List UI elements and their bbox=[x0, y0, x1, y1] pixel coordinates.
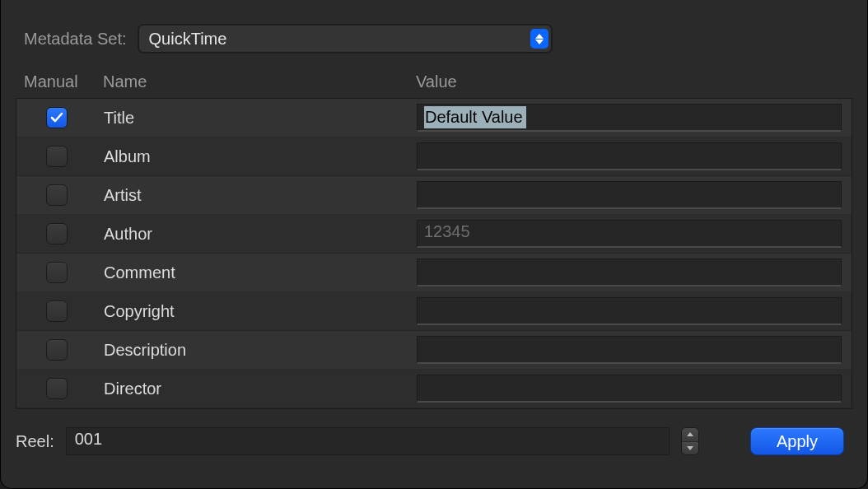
value-input[interactable]: 12345 bbox=[417, 220, 842, 248]
updown-icon bbox=[530, 29, 548, 49]
value-cell bbox=[417, 181, 843, 209]
manual-checkbox[interactable] bbox=[46, 300, 68, 322]
metadata-table: Manual Name Value TitleDefault ValueAlbu… bbox=[1, 68, 867, 409]
manual-cell bbox=[25, 300, 104, 322]
value-cell bbox=[417, 375, 843, 403]
name-cell: Title bbox=[104, 109, 417, 128]
manual-checkbox[interactable] bbox=[46, 146, 68, 167]
manual-cell bbox=[25, 339, 104, 361]
manual-checkbox[interactable] bbox=[46, 107, 68, 128]
name-cell: Artist bbox=[104, 186, 417, 205]
value-cell: 12345 bbox=[417, 220, 843, 248]
metadata-set-label: Metadata Set: bbox=[24, 30, 127, 49]
table-row: Author12345 bbox=[16, 215, 852, 254]
name-cell: Album bbox=[104, 147, 417, 166]
value-cell bbox=[417, 258, 843, 286]
value-input[interactable] bbox=[417, 258, 842, 286]
value-input[interactable] bbox=[417, 181, 842, 209]
manual-checkbox[interactable] bbox=[46, 262, 68, 283]
header-value: Value bbox=[416, 72, 844, 91]
metadata-set-value: QuickTime bbox=[149, 30, 227, 49]
metadata-set-select[interactable]: QuickTime bbox=[138, 25, 552, 53]
value-input[interactable] bbox=[417, 336, 842, 364]
value-cell bbox=[417, 142, 843, 170]
name-cell: Copyright bbox=[104, 302, 417, 321]
table-body: TitleDefault ValueAlbumArtistAuthor12345… bbox=[16, 98, 852, 409]
manual-cell bbox=[25, 184, 104, 206]
value-cell bbox=[417, 336, 843, 364]
apply-button[interactable]: Apply bbox=[750, 427, 844, 455]
value-cell bbox=[417, 297, 843, 325]
name-cell: Comment bbox=[104, 263, 417, 282]
name-cell: Description bbox=[104, 341, 417, 360]
manual-cell bbox=[25, 223, 104, 244]
value-input[interactable] bbox=[417, 142, 842, 170]
name-cell: Author bbox=[104, 225, 417, 244]
manual-checkbox[interactable] bbox=[46, 223, 68, 244]
manual-cell bbox=[25, 107, 104, 128]
stepper-up[interactable] bbox=[682, 428, 698, 441]
manual-checkbox[interactable] bbox=[46, 378, 68, 399]
table-row: Artist bbox=[16, 176, 852, 215]
reel-stepper[interactable] bbox=[681, 427, 699, 455]
value-cell: Default Value bbox=[417, 104, 843, 132]
value-input[interactable]: Default Value bbox=[417, 104, 842, 132]
table-row: TitleDefault Value bbox=[16, 99, 852, 137]
stepper-down[interactable] bbox=[682, 441, 698, 455]
value-input[interactable] bbox=[417, 375, 842, 403]
header-manual: Manual bbox=[24, 72, 103, 91]
table-header: Manual Name Value bbox=[16, 68, 852, 98]
reel-input[interactable]: 001 bbox=[66, 427, 670, 455]
table-row: Comment bbox=[16, 254, 852, 292]
manual-checkbox[interactable] bbox=[46, 339, 68, 361]
table-row: Description bbox=[16, 331, 852, 370]
metadata-panel: Metadata Set: QuickTime Manual Name Valu… bbox=[0, 0, 868, 489]
table-row: Album bbox=[16, 137, 852, 176]
manual-cell bbox=[25, 262, 104, 283]
manual-cell bbox=[25, 378, 104, 399]
header-name: Name bbox=[103, 72, 416, 91]
reel-label: Reel: bbox=[16, 432, 54, 451]
table-row: Director bbox=[16, 370, 852, 408]
bottom-row: Reel: 001 Apply bbox=[1, 409, 867, 455]
manual-checkbox[interactable] bbox=[46, 184, 68, 206]
manual-cell bbox=[25, 146, 104, 167]
metadata-set-row: Metadata Set: QuickTime bbox=[1, 0, 867, 68]
value-input[interactable] bbox=[417, 297, 842, 325]
table-row: Copyright bbox=[16, 292, 852, 331]
name-cell: Director bbox=[104, 380, 417, 398]
